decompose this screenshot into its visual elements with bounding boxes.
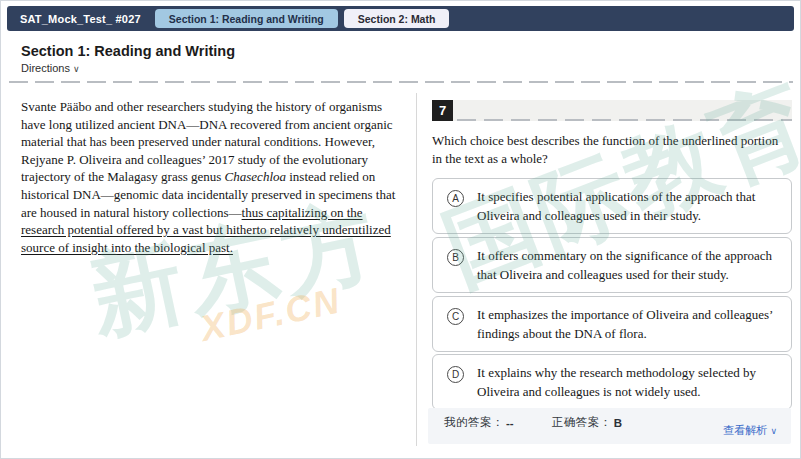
choice-a[interactable]: A It specifies potential applications of… [432,178,792,234]
question-header: 7 [432,100,792,121]
watermark-url: XDF.CN [197,279,345,350]
header-divider [9,81,793,83]
choice-d-bubble: D [447,366,464,383]
correct-answer-label: 正确答案： [552,415,612,430]
choice-a-text: It specifies potential applications of t… [477,188,779,225]
question-header-strip [453,100,792,121]
panel-divider [416,93,417,446]
passage-genus-italic: Chasechloa [225,169,286,184]
choice-c[interactable]: C It emphasizes the importance of Olivei… [432,296,792,352]
correct-answer-value: B [614,417,622,429]
choice-b[interactable]: B It offers commentary on the significan… [432,237,792,293]
chevron-down-icon: ∨ [770,426,777,436]
tab-section1-reading-writing[interactable]: Section 1: Reading and Writing [155,9,338,28]
choice-c-text: It emphasizes the importance of Oliveira… [477,306,779,343]
passage-text: Svante Pääbo and other researchers study… [21,98,405,256]
view-explanation-label: 查看解析 [723,424,767,436]
choice-b-bubble: B [447,249,464,266]
directions-label: Directions [21,62,70,74]
my-answer-value: -- [506,417,514,429]
choice-d[interactable]: D It explains why the research methodolo… [432,354,792,410]
test-window: SAT_Mock_Test_ #027 Section 1: Reading a… [0,0,801,459]
tab-section2-math[interactable]: Section 2: Math [344,9,450,28]
chevron-down-icon: ∨ [73,64,80,74]
choice-b-text: It offers commentary on the significance… [477,247,779,284]
directions-dropdown[interactable]: Directions ∨ [21,62,80,74]
test-title: SAT_Mock_Test_ #027 [20,13,141,25]
view-explanation-link[interactable]: 查看解析 ∨ [723,423,777,438]
page-title: Section 1: Reading and Writing [21,43,235,59]
my-answer-label: 我的答案： [444,415,504,430]
choice-d-text: It explains why the research methodology… [477,364,779,401]
choice-a-bubble: A [447,190,464,207]
answer-bar: 我的答案： -- 正确答案： B 查看解析 ∨ [428,408,791,444]
top-navbar: SAT_Mock_Test_ #027 Section 1: Reading a… [7,6,794,31]
choice-c-bubble: C [447,308,464,325]
question-text: Which choice best describes the function… [432,132,788,168]
question-number-badge: 7 [432,100,453,121]
